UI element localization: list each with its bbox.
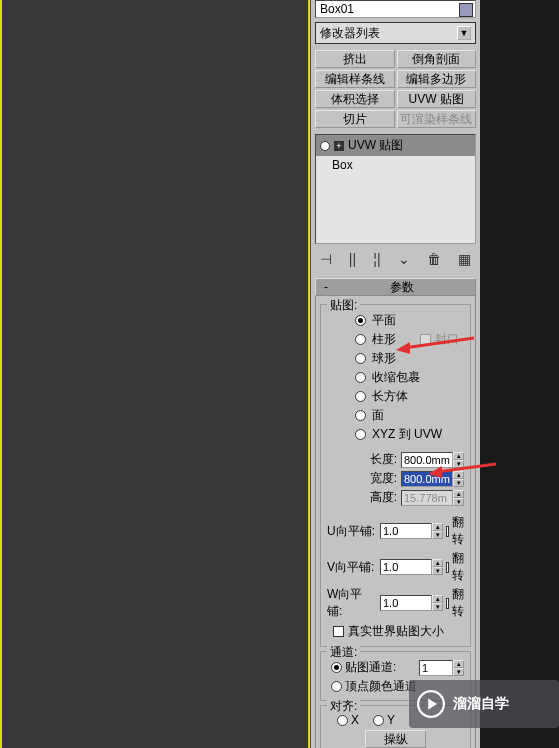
length-label: 长度: [353,451,397,468]
spinner-up-icon[interactable]: ▴ [453,490,464,498]
svg-marker-5 [428,698,437,709]
radio-icon[interactable] [337,715,348,726]
realworld-row[interactable]: 真实世界贴图大小 [325,621,466,642]
radio-icon [355,372,366,383]
stack-toolbar: ⊣ || ¦| ⌄ 🗑 ▦ [315,248,476,270]
play-logo-icon [417,690,445,718]
width-input[interactable] [401,471,453,487]
cap-checkbox [420,334,431,345]
u-tile-label: U向平铺: [327,523,377,540]
w-tile-row: W向平铺: ▴▾ 翻转 [325,585,466,621]
height-input[interactable] [401,490,453,506]
spinner-down-icon[interactable]: ▾ [453,479,464,487]
stack-item-label: UVW 贴图 [348,137,403,154]
spinner-up-icon[interactable]: ▴ [453,471,464,479]
spinner-up-icon[interactable]: ▴ [432,595,443,603]
radio-shrink[interactable]: 收缩包裹 [325,368,466,387]
spinner-down-icon[interactable]: ▾ [453,460,464,468]
spinner-up-icon[interactable]: ▴ [453,660,464,668]
uvw-map-button[interactable]: UVW 贴图 [397,90,477,108]
extrude-button[interactable]: 挤出 [315,50,395,68]
expand-plus-icon[interactable]: + [334,141,344,151]
u-flip-checkbox[interactable] [446,526,449,537]
chamfer-button[interactable]: 倒角剖面 [397,50,477,68]
object-name-field[interactable] [315,0,476,18]
radio-spherical[interactable]: 球形 [325,349,466,368]
show-end-result-icon[interactable]: || [349,251,356,267]
modifier-list-label: 修改器列表 [320,25,380,42]
spinner-down-icon[interactable]: ▾ [432,567,443,575]
radio-icon [355,410,366,421]
length-input[interactable] [401,452,453,468]
radio-cylindrical[interactable]: 柱形 封口 [325,330,466,349]
radio-icon[interactable] [373,715,384,726]
width-label: 宽度: [353,470,397,487]
collapse-minus-icon: - [320,280,332,294]
modifier-buttons: 挤出 倒角剖面 编辑样条线 编辑多边形 体积选择 UVW 贴图 切片 可渲染样条… [311,48,480,130]
trash-icon[interactable]: 🗑 [427,251,441,267]
radio-xyz[interactable]: XYZ 到 UVW [325,425,466,444]
radio-icon [355,334,366,345]
radio-icon [355,315,366,326]
modifier-list-dropdown[interactable]: 修改器列表 ▼ [315,22,476,44]
rollout-title: 参数 [332,279,471,296]
u-tile-row: U向平铺: ▴▾ 翻转 [325,513,466,549]
spinner-up-icon[interactable]: ▴ [453,452,464,460]
radio-icon [355,391,366,402]
modify-panel: 修改器列表 ▼ 挤出 倒角剖面 编辑样条线 编辑多边形 体积选择 UVW 贴图 … [310,0,480,748]
v-flip-checkbox[interactable] [446,562,449,573]
manipulate-button[interactable]: 操纵 [365,730,426,748]
watermark-text: 溜溜自学 [453,695,509,713]
length-row: 长度: ▴▾ [325,450,466,469]
u-tile-input[interactable] [380,523,432,539]
spinner-up-icon[interactable]: ▴ [432,523,443,531]
w-tile-label: W向平铺: [327,586,377,620]
object-name-input[interactable] [320,2,471,16]
map-channel-input[interactable] [419,660,453,676]
height-row: 高度: ▴▾ [325,488,466,507]
vol-select-button[interactable]: 体积选择 [315,90,395,108]
modifier-stack[interactable]: + UVW 贴图 Box [315,134,476,244]
remove-modifier-icon[interactable]: ⌄ [398,251,410,267]
color-swatch[interactable] [459,3,473,17]
edit-spline-button[interactable]: 编辑样条线 [315,70,395,88]
v-tile-label: V向平铺: [327,559,377,576]
spinner-down-icon[interactable]: ▾ [432,603,443,611]
mapping-group-title: 贴图: [327,297,360,314]
visibility-bulb-icon[interactable] [320,141,330,151]
spinner-down-icon[interactable]: ▾ [453,668,464,676]
rollout-header[interactable]: - 参数 [315,278,476,296]
radio-icon [331,681,342,692]
spinner-up-icon[interactable]: ▴ [432,559,443,567]
spinner-down-icon[interactable]: ▾ [453,498,464,506]
watermark: 溜溜自学 [409,680,559,728]
make-unique-icon[interactable]: ¦| [373,251,380,267]
radio-box[interactable]: 长方体 [325,387,466,406]
realworld-checkbox[interactable] [333,626,344,637]
w-tile-input[interactable] [380,595,432,611]
params-rollout: - 参数 贴图: 平面 柱形 封口 球形 收缩包裹 长方体 面 XYZ 到 UV… [315,278,476,748]
v-tile-input[interactable] [380,559,432,575]
pin-stack-icon[interactable]: ⊣ [320,251,332,267]
renderable-spline-button[interactable]: 可渲染样条线 [397,110,477,128]
edit-poly-button[interactable]: 编辑多边形 [397,70,477,88]
realworld-label: 真实世界贴图大小 [348,623,444,640]
radio-icon [355,353,366,364]
stack-item-base[interactable]: Box [316,156,475,174]
viewport [0,0,310,748]
channel-group-title: 通道: [327,644,360,661]
v-tile-row: V向平铺: ▴▾ 翻转 [325,549,466,585]
mapping-group: 贴图: 平面 柱形 封口 球形 收缩包裹 长方体 面 XYZ 到 UVW 长度:… [320,304,471,647]
radio-icon [331,662,342,673]
slice-button[interactable]: 切片 [315,110,395,128]
w-flip-checkbox[interactable] [446,598,449,609]
height-label: 高度: [353,489,397,506]
stack-item-active[interactable]: + UVW 贴图 [316,135,475,156]
radio-icon [355,429,366,440]
configure-sets-icon[interactable]: ▦ [458,251,471,267]
width-row: 宽度: ▴▾ [325,469,466,488]
radio-face[interactable]: 面 [325,406,466,425]
dropdown-arrow-icon: ▼ [457,26,471,40]
align-group-title: 对齐: [327,698,360,715]
spinner-down-icon[interactable]: ▾ [432,531,443,539]
